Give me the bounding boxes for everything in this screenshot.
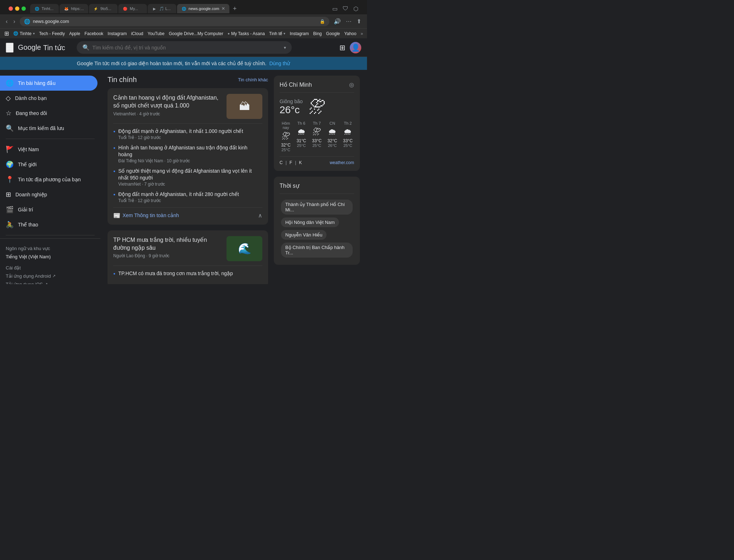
promo-banner: Google Tin tức mới có giao diện hoàn toà… (0, 57, 367, 70)
bookmark-facebook[interactable]: Facebook (85, 31, 104, 36)
related-title-1[interactable]: Hình ảnh tan hoang ở Afghanistan sau trậ… (118, 144, 262, 158)
bookmark-tinhte2[interactable]: Tinh tế ▾ (269, 31, 286, 36)
screen-share-button[interactable]: ⬡ (352, 4, 360, 14)
celsius-button[interactable]: C (280, 160, 283, 165)
related-title[interactable]: Động đất mạnh ở Afghanistan, ít nhất 1.0… (118, 128, 262, 135)
section-more-link[interactable]: Tin chính khác (238, 77, 268, 82)
bookmark-feedly-label: Tech - Feedly (39, 31, 65, 36)
news-image-placeholder: 🏔 (239, 100, 250, 113)
diamond-icon: ◇ (6, 94, 11, 102)
sidebar-item-foryou[interactable]: ◇ Dành cho bạn (0, 91, 97, 106)
user-avatar[interactable]: 👤 (350, 42, 361, 53)
tab-news[interactable]: 🌐 news.google.com ✕ (177, 4, 229, 13)
view-full-context-button[interactable]: 📰 Xem Thông tin toàn cảnh ∧ (113, 207, 262, 219)
news-card-image[interactable]: 🏔 (227, 94, 262, 119)
bookmark-gdrive[interactable]: Google Drive...My Computer (169, 31, 223, 36)
sidebar-item-local[interactable]: 📍 Tin tức địa phương của bạn (0, 172, 97, 187)
tab-tinht[interactable]: 🌐 Tinht... (30, 4, 59, 13)
tab-news-close-icon[interactable]: ✕ (221, 6, 225, 11)
news-card-main-row: Cảnh tan hoang vì động đất Afghanistan, … (113, 94, 262, 119)
related-title-2[interactable]: Số người thiệt mạng vì động đất Afghanis… (118, 168, 262, 182)
banner-cta-button[interactable]: Dùng thử (269, 61, 290, 66)
main-layout: 🌐 Tin bài hàng đầu ◇ Dành cho bạn ☆ Đang… (0, 70, 367, 284)
sidebar-item-saved[interactable]: 🔍 Mục tìm kiếm đã lưu (0, 121, 97, 136)
browser-controls-right: ▭ 🛡 ⬡ (328, 4, 363, 14)
bookmark-youtube[interactable]: YouTube (148, 31, 165, 36)
bookmark-bing[interactable]: Bing (313, 31, 322, 36)
hamburger-menu-button[interactable]: ☰ (6, 43, 14, 53)
search-icon: 🔍 (82, 44, 90, 51)
news-card-title[interactable]: Cảnh tan hoang vì động đất Afghanistan, … (113, 94, 222, 110)
new-tab-button[interactable]: + (230, 5, 240, 13)
settings-link[interactable]: Cài đặt (6, 264, 95, 272)
sidebar-item-business[interactable]: ⊞ Doanh nghiệp (0, 187, 97, 202)
address-input[interactable] (33, 19, 317, 24)
address-bar[interactable]: 🌐 🔒 (20, 17, 329, 26)
news-aside-column: Hồ Chí Minh ◎ Giông bão 26°c ⛈ (274, 76, 360, 284)
bookmark-asana[interactable]: ● My Tasks - Asana (228, 31, 265, 36)
news-card-afghanistan: Cảnh tan hoang vì động đất Afghanistan, … (108, 88, 268, 225)
search-bar[interactable]: 🔍 ▾ (77, 41, 292, 54)
weather-location-icon[interactable]: ◎ (349, 81, 354, 88)
bookmark-instagram[interactable]: Instagram (108, 31, 127, 36)
bookmarks-more-icon[interactable]: » (361, 31, 363, 36)
related-hcmc-title[interactable]: TP.HCM có mưa đá trong cơn mưa trắng trờ… (118, 270, 262, 277)
share-button[interactable]: ⬆ (355, 16, 363, 26)
sidebar-entertainment-label: Giải trí (18, 207, 33, 212)
related-title-3[interactable]: Động đất mạnh ở Afghanistan, ít nhất 280… (118, 191, 262, 198)
language-value[interactable]: Tiếng Việt (Việt Nam) (6, 253, 95, 261)
trending-tag-0[interactable]: Thành ủy Thành phố Hồ Chí Mi... (281, 200, 353, 215)
sidebar-item-world[interactable]: 🌍 Thế giới (0, 157, 97, 172)
tab-music[interactable]: ▶ 🎵 L... (148, 4, 176, 13)
google-apps-icon[interactable]: ⊞ (339, 43, 345, 52)
news-card-hcmc-title[interactable]: TP HCM mưa trắng trời, nhiều tuyến đường… (113, 236, 222, 252)
bookmark-feedly[interactable]: Tech - Feedly (39, 31, 65, 36)
more-button[interactable]: ⋯ (344, 16, 353, 26)
bookmark-icloud[interactable]: iCloud (131, 31, 143, 36)
fahrenheit-button[interactable]: F (290, 160, 292, 165)
forward-button[interactable]: › (12, 17, 16, 26)
bookmark-apple[interactable]: Apple (69, 31, 80, 36)
maximize-button[interactable] (22, 6, 26, 11)
sidebar-item-top[interactable]: 🌐 Tin bài hàng đầu (0, 76, 97, 91)
bookmark-tinhte[interactable]: 🌐 Tinhte ▾ (13, 31, 35, 36)
forecast-thu7-low: 25°C (310, 143, 323, 148)
search-input[interactable] (92, 45, 281, 51)
minimize-button[interactable] (15, 6, 19, 11)
kelvin-button[interactable]: K (299, 160, 302, 165)
logo-news-text: Tin tức (43, 43, 65, 52)
ios-app-link[interactable]: Tải ứng dụng iOS ↗ (6, 280, 95, 284)
news-card-hcmc-image[interactable]: 🌊 (227, 236, 262, 261)
weather-storm-icon: ⛈ (309, 97, 326, 117)
sidebar-item-sports[interactable]: 🚴 Thể thao (0, 217, 97, 232)
sidebar-item-entertainment[interactable]: 🎬 Giải trí (0, 202, 97, 217)
volume-button[interactable]: 🔊 (332, 16, 342, 26)
forecast-cn-high: 32°C (326, 138, 339, 143)
trending-tag-3[interactable]: Bộ Chính trị Ban Chấp hành Tr... (281, 243, 353, 258)
sidebar-item-vietnam[interactable]: 🚩 Việt Nam (0, 142, 97, 157)
bookmark-instagram2[interactable]: Instagram (290, 31, 309, 36)
sidebar-toggle-button[interactable]: ▭ (331, 4, 339, 14)
weather-source-link[interactable]: weather.com (330, 160, 354, 165)
forecast-thu2-icon: 🌧 (342, 127, 354, 137)
related-item-content-1: Hình ảnh tan hoang ở Afghanistan sau trậ… (118, 144, 262, 163)
sidebar-item-following[interactable]: ☆ Đang theo dõi (0, 106, 97, 121)
tab-my-favicon: 🔴 (123, 6, 128, 11)
forecast-today-high: 32°C (280, 143, 292, 148)
extensions-button[interactable]: 🛡 (341, 4, 350, 14)
tab-my[interactable]: 🔴 My... (118, 4, 147, 13)
bookmark-apple-label: Apple (69, 31, 80, 36)
news-card-source: VietnamNet · 4 giờ trước (113, 111, 222, 116)
search-dropdown-icon[interactable]: ▾ (284, 45, 286, 50)
apps-grid-icon[interactable]: ⊞ (4, 30, 9, 37)
close-button[interactable] (9, 6, 13, 11)
back-button[interactable]: ‹ (4, 17, 9, 26)
bookmark-google[interactable]: Google (326, 31, 340, 36)
bookmark-yahoo[interactable]: Yahoo (344, 31, 357, 36)
android-app-link[interactable]: Tải ứng dụng Android ↗ (6, 272, 95, 280)
trending-tag-1[interactable]: Hội Nông dân Việt Nam (281, 217, 339, 227)
tab-https[interactable]: 🦊 https:... (59, 4, 88, 13)
tab-9to5[interactable]: ⚡ 9to5... (89, 4, 118, 13)
trending-tag-2[interactable]: Nguyễn Văn Hiếu (281, 230, 327, 240)
traffic-lights (4, 3, 30, 14)
